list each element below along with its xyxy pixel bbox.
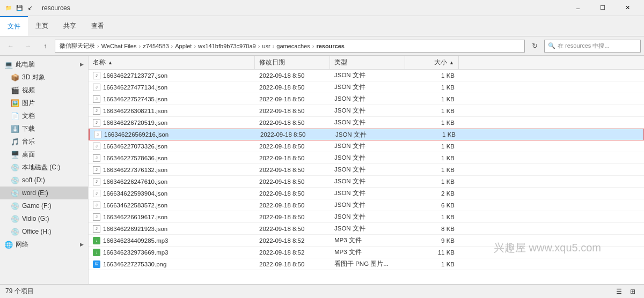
search-box[interactable]: 🔍 在 resources 中搜... [544, 40, 641, 53]
col-header-size[interactable]: 大小 ▲ [405, 56, 459, 69]
mp3-icon: ♪ [93, 249, 100, 256]
sidebar-item-music[interactable]: 🎵 音乐 [0, 135, 88, 148]
file-date: 2022-09-18 8:52 [255, 247, 330, 258]
file-type: JSON 文件 [330, 70, 405, 81]
table-row[interactable]: J 166346227527435.json 2022-09-18 8:50 J… [89, 93, 644, 105]
sidebar-item-f[interactable]: 💿 Game (F:) [0, 199, 88, 212]
sidebar-item-h[interactable]: 💿 Office (H:) [0, 225, 88, 238]
file-rows: J 166346227123727.json 2022-09-18 8:50 J… [89, 70, 644, 270]
file-name: J 166346227123727.json [89, 70, 255, 81]
file-date: 2022-09-18 8:50 [255, 70, 330, 81]
table-row[interactable]: J 166346226247610.json 2022-09-18 8:50 J… [89, 176, 644, 188]
table-row[interactable]: J 166346226720519.json 2022-09-18 8:50 J… [89, 117, 644, 129]
refresh-button[interactable]: ↻ [527, 39, 542, 54]
table-row[interactable]: ♪ 166346232973669.mp3 2022-09-18 8:52 MP… [89, 247, 644, 258]
3d-icon: 📦 [11, 73, 19, 81]
drive-g-icon: 💿 [11, 214, 19, 223]
grid-view-button[interactable]: ⊞ [627, 286, 639, 297]
file-name: J 166346226921923.json [89, 223, 255, 234]
sidebar-item-g[interactable]: 💿 Vidio (G:) [0, 212, 88, 225]
table-row[interactable]: J 166346226569216.json 2022-09-18 8:50 J… [89, 129, 644, 140]
file-size: 1 KB [405, 81, 459, 93]
this-pc-icon: 💻 [4, 60, 13, 69]
sidebar-item-d[interactable]: 💿 soft (D:) [0, 174, 88, 187]
desktop-icon: 🖥️ [11, 150, 19, 159]
json-icon: J [93, 178, 100, 185]
file-size: 1 KB [405, 93, 459, 105]
up-button[interactable]: ↑ [38, 39, 53, 54]
file-size: 1 KB [405, 70, 459, 81]
file-type: JSON 文件 [330, 176, 405, 187]
file-name: J 166346226308211.json [89, 105, 255, 116]
json-icon: J [93, 225, 100, 233]
breadcrumb-part: wx141bfb9b73c970a9 [198, 43, 256, 49]
table-row[interactable]: ♪ 166346234409285.mp3 2022-09-18 8:52 MP… [89, 235, 644, 247]
file-size: 9 KB [405, 235, 459, 246]
address-path[interactable]: 微信聊天记录 › WeChat Files › z7454583 › Apple… [55, 40, 525, 53]
sidebar-item-pictures[interactable]: 🖼️ 图片 [0, 96, 88, 109]
sidebar-item-downloads[interactable]: ⬇️ 下载 [0, 122, 88, 135]
table-row[interactable]: J 166346226921923.json 2022-09-18 8:50 J… [89, 223, 644, 235]
forward-button[interactable]: → [20, 39, 35, 54]
json-icon: J [93, 84, 100, 91]
table-row[interactable]: J 166346226308211.json 2022-09-18 8:50 J… [89, 105, 644, 117]
maximize-button[interactable]: ☐ [590, 0, 615, 16]
tab-home[interactable]: 主页 [28, 16, 56, 36]
file-size: 1 KB [405, 176, 459, 187]
file-list-container[interactable]: 名称 ▲ 修改日期 类型 大小 ▲ J 166346227123727.json [89, 56, 644, 284]
json-icon: J [93, 107, 100, 115]
file-size: 11 KB [405, 247, 459, 258]
tab-share[interactable]: 共享 [56, 16, 84, 36]
main-content: 💻 此电脑 ▶ 📦 3D 对象 🎬 视频 🖼️ 图片 📄 文档 ⬇️ [0, 56, 644, 284]
table-row[interactable]: J 166634622583572.json 2022-09-18 8:50 J… [89, 199, 644, 211]
table-row[interactable]: J 166346227578636.json 2022-09-18 8:50 J… [89, 152, 644, 164]
col-header-type[interactable]: 类型 [330, 56, 405, 69]
file-type: JSON 文件 [330, 140, 405, 152]
tab-view[interactable]: 查看 [84, 16, 112, 36]
tab-file[interactable]: 文件 [0, 16, 28, 36]
col-header-date[interactable]: 修改日期 [255, 56, 330, 69]
sidebar-item-c[interactable]: 💿 本地磁盘 (C:) [0, 161, 88, 174]
column-headers: 名称 ▲ 修改日期 类型 大小 ▲ [89, 56, 644, 70]
file-date: 2022-09-18 8:50 [255, 258, 330, 270]
file-name: J 166346226619617.json [89, 211, 255, 222]
sidebar-item-video[interactable]: 🎬 视频 [0, 84, 88, 96]
sidebar-item-documents[interactable]: 📄 文档 [0, 109, 88, 122]
file-name: J 166346226720519.json [89, 117, 255, 128]
file-date: 2022-09-18 8:50 [255, 81, 330, 93]
file-date: 2022-09-18 8:50 [255, 199, 330, 211]
col-header-name[interactable]: 名称 ▲ [89, 56, 255, 69]
pictures-icon: 🖼️ [11, 99, 19, 107]
drive-d-icon: 💿 [11, 176, 19, 184]
table-row[interactable]: J 166346227376132.json 2022-09-18 8:50 J… [89, 164, 644, 176]
video-icon: 🎬 [11, 86, 19, 94]
json-icon: J [93, 95, 100, 103]
table-row[interactable]: J 166346227123727.json 2022-09-18 8:50 J… [89, 70, 644, 81]
minimize-button[interactable]: – [566, 0, 590, 16]
breadcrumb-part: usr [262, 43, 270, 49]
file-type: 看图干 PNG 图片... [330, 258, 405, 270]
list-view-button[interactable]: ☰ [613, 286, 625, 297]
table-row[interactable]: J 166634622593904.json 2022-09-18 8:50 J… [89, 188, 644, 199]
file-size: 8 KB [405, 223, 459, 234]
file-date: 2022-09-18 8:50 [255, 117, 330, 128]
table-row[interactable]: J 166346226619617.json 2022-09-18 8:50 J… [89, 211, 644, 223]
sidebar-item-desktop[interactable]: 🖥️ 桌面 [0, 148, 88, 161]
search-icon: 🔍 [548, 42, 555, 49]
save-icon[interactable]: 💾 [15, 4, 24, 12]
back-button[interactable]: ← [3, 39, 18, 54]
table-row[interactable]: 🖼 166346227275330.png 2022-09-18 8:50 看图… [89, 258, 644, 270]
table-row[interactable]: J 166346227073326.json 2022-09-18 8:50 J… [89, 140, 644, 152]
sidebar-item-network[interactable]: 🌐 网络 ▶ [0, 238, 88, 251]
file-name: ♪ 166346232973669.mp3 [89, 247, 255, 258]
sidebar-item-this-pc[interactable]: 💻 此电脑 ▶ [0, 58, 88, 71]
file-name: ♪ 166346234409285.mp3 [89, 235, 255, 246]
sidebar-item-e[interactable]: 💿 word (E:) [0, 187, 88, 199]
sidebar-item-3d[interactable]: 📦 3D 对象 [0, 71, 88, 84]
downloads-icon: ⬇️ [11, 124, 19, 133]
table-row[interactable]: J 166346227477134.json 2022-09-18 8:50 J… [89, 81, 644, 93]
file-name: J 166346226569216.json [90, 129, 256, 140]
close-button[interactable]: ✕ [615, 0, 640, 16]
undo-icon[interactable]: ↙ [26, 4, 34, 12]
json-icon: J [93, 166, 100, 174]
